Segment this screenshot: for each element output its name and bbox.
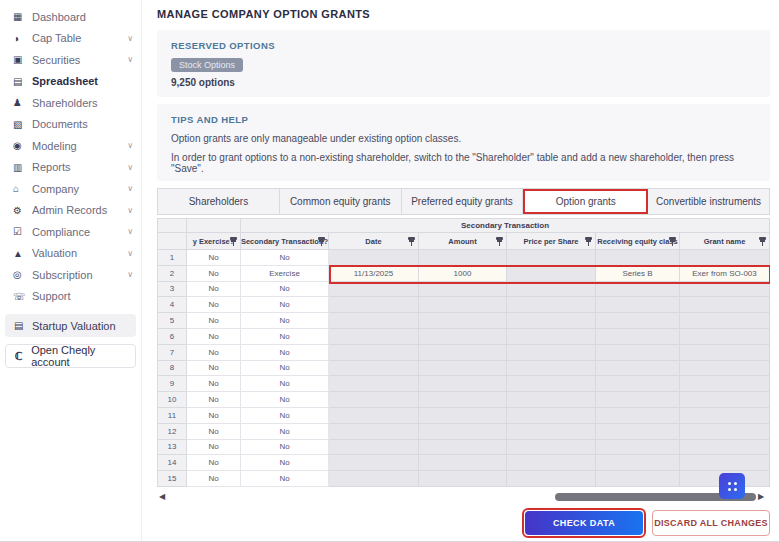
sidebar-item-shareholders[interactable]: ♟Shareholders xyxy=(0,92,141,114)
cell-amount[interactable] xyxy=(419,424,507,440)
sidebar-item-modeling[interactable]: ◉Modeling∨ xyxy=(0,135,141,157)
cell-early-exercise[interactable]: No xyxy=(187,250,241,266)
pin-icon[interactable] xyxy=(496,237,503,246)
pin-icon[interactable] xyxy=(408,237,415,246)
cell-early-exercise[interactable]: No xyxy=(187,297,241,313)
sidebar-item-support[interactable]: ☏Support xyxy=(0,286,141,308)
cell-grant-name[interactable] xyxy=(680,329,770,345)
sidebar-item-valuation[interactable]: ▲Valuation∨ xyxy=(0,243,141,265)
chevron-down-icon[interactable]: ∨ xyxy=(127,55,133,64)
sidebar-item-company[interactable]: ⌂Company∨ xyxy=(0,178,141,200)
cell-secondary-transaction[interactable]: No xyxy=(241,329,329,345)
pin-icon[interactable] xyxy=(318,237,325,246)
cell-early-exercise[interactable]: No xyxy=(187,455,241,471)
cell-receiving-equity-class[interactable] xyxy=(596,408,680,424)
cell-early-exercise[interactable]: No xyxy=(187,266,241,282)
cell-price-per-share[interactable] xyxy=(507,250,596,266)
cell-receiving-equity-class[interactable] xyxy=(596,471,680,487)
chevron-down-icon[interactable]: ∨ xyxy=(127,141,133,150)
cell-receiving-equity-class[interactable] xyxy=(596,392,680,408)
cell-secondary-transaction[interactable]: No xyxy=(241,471,329,487)
cell-grant-name[interactable] xyxy=(680,297,770,313)
column-header-price-per-share[interactable]: Price per Share xyxy=(507,233,596,250)
cell-date[interactable] xyxy=(329,345,419,361)
cell-price-per-share[interactable] xyxy=(507,392,596,408)
pin-icon[interactable] xyxy=(759,237,766,246)
tab-shareholders[interactable]: Shareholders xyxy=(158,189,280,214)
cell-secondary-transaction[interactable]: No xyxy=(241,424,329,440)
cell-price-per-share[interactable] xyxy=(507,345,596,361)
cell-price-per-share[interactable] xyxy=(507,376,596,392)
cell-date[interactable] xyxy=(329,297,419,313)
cell-secondary-transaction[interactable]: No xyxy=(241,345,329,361)
cell-price-per-share[interactable] xyxy=(507,455,596,471)
cell-early-exercise[interactable]: No xyxy=(187,345,241,361)
cell-amount[interactable] xyxy=(419,282,507,298)
cell-amount[interactable] xyxy=(419,250,507,266)
sidebar-item-documents[interactable]: ▧Documents xyxy=(0,114,141,136)
sidebar-item-open-cheqly-account[interactable]: ℂ Open Cheqly account xyxy=(5,344,136,368)
cell-receiving-equity-class[interactable] xyxy=(596,361,680,377)
cell-receiving-equity-class[interactable] xyxy=(596,440,680,456)
column-header-date[interactable]: Date xyxy=(329,233,419,250)
cell-price-per-share[interactable] xyxy=(507,440,596,456)
pin-icon[interactable] xyxy=(230,237,237,246)
cell-secondary-transaction[interactable]: No xyxy=(241,361,329,377)
cell-secondary-transaction[interactable]: No xyxy=(241,392,329,408)
cell-amount[interactable] xyxy=(419,376,507,392)
chevron-down-icon[interactable]: ∨ xyxy=(127,163,133,172)
cell-secondary-transaction[interactable]: No xyxy=(241,455,329,471)
cell-receiving-equity-class[interactable] xyxy=(596,282,680,298)
sidebar-item-securities[interactable]: ▣Securities∨ xyxy=(0,49,141,71)
cell-receiving-equity-class[interactable] xyxy=(596,329,680,345)
sidebar-item-admin-records[interactable]: ⚙Admin Records∨ xyxy=(0,200,141,222)
cell-date[interactable] xyxy=(329,250,419,266)
cell-grant-name[interactable] xyxy=(680,440,770,456)
column-header-grant-name[interactable]: Grant name xyxy=(680,233,770,250)
column-header-secondary-transaction-[interactable]: Secondary Transaction? xyxy=(241,233,329,250)
tab-preferred-equity-grants[interactable]: Preferred equity grants xyxy=(402,189,524,214)
cell-grant-name[interactable] xyxy=(680,361,770,377)
cell-secondary-transaction[interactable]: No xyxy=(241,376,329,392)
drag-handle-widget[interactable] xyxy=(719,473,745,499)
cell-early-exercise[interactable]: No xyxy=(187,361,241,377)
tab-convertible-instruments[interactable]: Convertible instruments xyxy=(648,189,769,214)
cell-price-per-share[interactable] xyxy=(507,329,596,345)
chevron-down-icon[interactable]: ∨ xyxy=(127,184,133,193)
cell-grant-name[interactable]: Exer from SO-003 xyxy=(680,266,770,282)
chevron-down-icon[interactable]: ∨ xyxy=(127,227,133,236)
cell-receiving-equity-class[interactable] xyxy=(596,345,680,361)
column-header-y-exercise-[interactable]: y Exercise? xyxy=(187,233,241,250)
sidebar-item-startup-valuation[interactable]: ▤ Startup Valuation xyxy=(5,314,136,337)
cell-early-exercise[interactable]: No xyxy=(187,424,241,440)
sidebar-item-spreadsheet[interactable]: ▤Spreadsheet xyxy=(0,71,141,93)
cell-amount[interactable] xyxy=(419,408,507,424)
cell-receiving-equity-class[interactable] xyxy=(596,455,680,471)
cell-amount[interactable] xyxy=(419,297,507,313)
cell-amount[interactable] xyxy=(419,313,507,329)
cell-date[interactable] xyxy=(329,455,419,471)
chevron-down-icon[interactable]: ∨ xyxy=(127,206,133,215)
cell-amount[interactable] xyxy=(419,455,507,471)
check-data-button[interactable]: CHECK DATA xyxy=(525,511,643,535)
cell-grant-name[interactable] xyxy=(680,345,770,361)
cell-secondary-transaction[interactable]: No xyxy=(241,408,329,424)
cell-receiving-equity-class[interactable] xyxy=(596,424,680,440)
cell-early-exercise[interactable]: No xyxy=(187,376,241,392)
pin-icon[interactable] xyxy=(669,237,676,246)
cell-receiving-equity-class[interactable] xyxy=(596,376,680,392)
cell-date[interactable] xyxy=(329,392,419,408)
cell-grant-name[interactable] xyxy=(680,313,770,329)
cell-date[interactable] xyxy=(329,376,419,392)
sidebar-item-compliance[interactable]: ☑Compliance∨ xyxy=(0,221,141,243)
cell-grant-name[interactable] xyxy=(680,250,770,266)
cell-date[interactable] xyxy=(329,471,419,487)
cell-price-per-share[interactable] xyxy=(507,471,596,487)
cell-date[interactable]: 11/13/2025 xyxy=(329,266,419,282)
sidebar-item-reports[interactable]: ▥Reports∨ xyxy=(0,157,141,179)
cell-receiving-equity-class[interactable]: Series B xyxy=(596,266,680,282)
cell-price-per-share[interactable] xyxy=(507,313,596,329)
cell-amount[interactable] xyxy=(419,471,507,487)
cell-grant-name[interactable] xyxy=(680,424,770,440)
cell-price-per-share[interactable] xyxy=(507,408,596,424)
